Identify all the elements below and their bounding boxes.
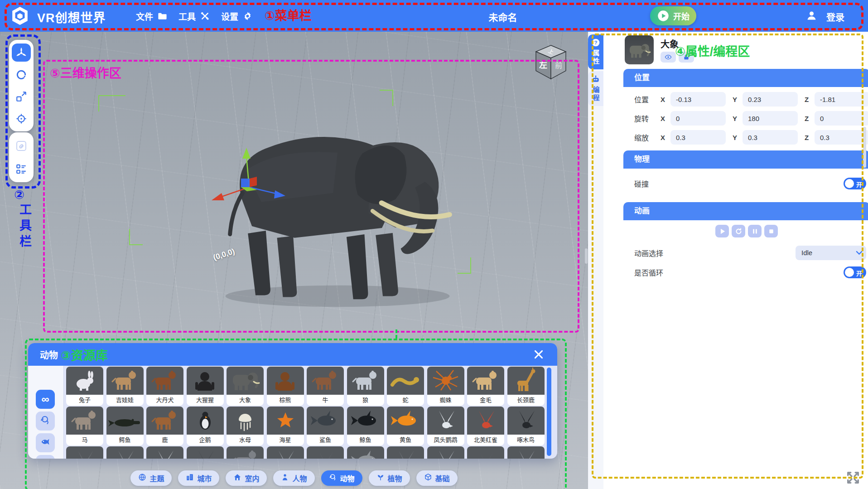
- tab-properties[interactable]: ?属性: [588, 34, 603, 69]
- library-item[interactable]: 蜘蛛: [427, 367, 464, 406]
- transform-row1-x-input[interactable]: [670, 92, 726, 107]
- library-item[interactable]: 北美红雀: [467, 407, 504, 445]
- bottom-tab-1[interactable]: 主题: [130, 470, 172, 486]
- library-item[interactable]: 水母: [227, 407, 264, 445]
- library-item[interactable]: [146, 446, 183, 459]
- bottom-tab-7[interactable]: 基础: [416, 470, 458, 486]
- library-item[interactable]: 棕熊: [267, 367, 304, 406]
- library-item[interactable]: 大象: [227, 367, 264, 406]
- library-item[interactable]: [307, 446, 344, 459]
- bottom-tab-6[interactable]: 植物: [369, 470, 410, 486]
- library-item[interactable]: 狼: [347, 367, 384, 406]
- bottom-tab-4[interactable]: 人物: [273, 470, 314, 486]
- library-item[interactable]: 金毛: [467, 367, 504, 406]
- focus-tool[interactable]: [12, 110, 31, 128]
- library-item[interactable]: 兔子: [66, 367, 103, 406]
- library-item[interactable]: 黄鱼: [387, 407, 424, 445]
- library-item[interactable]: [467, 446, 504, 459]
- library-item[interactable]: [427, 446, 464, 459]
- library-item[interactable]: 大丹犬: [146, 367, 183, 406]
- library-item[interactable]: 鳄鱼: [106, 407, 144, 445]
- panel-split-handle[interactable]: [585, 248, 588, 264]
- transform-row3-z-input[interactable]: [815, 130, 868, 145]
- loop-label: 是否循环: [634, 267, 663, 278]
- animation-select-dropdown[interactable]: Idle: [796, 246, 866, 260]
- scale-tool[interactable]: [12, 87, 31, 106]
- library-item[interactable]: 海星: [267, 407, 304, 445]
- library-item[interactable]: [507, 446, 545, 459]
- library-title: 动物: [40, 348, 58, 361]
- category-mammals[interactable]: [36, 412, 55, 431]
- axis-label-x: X: [661, 134, 670, 141]
- view-cube[interactable]: 上 左 前: [533, 44, 569, 81]
- elephant-model[interactable]: [202, 103, 482, 314]
- category-sea[interactable]: [36, 433, 55, 452]
- transform-row2-y-input[interactable]: [743, 111, 798, 126]
- library-item[interactable]: 啄木鸟: [507, 407, 545, 445]
- library-item[interactable]: [387, 446, 424, 459]
- hierarchy-tool[interactable]: [12, 160, 31, 178]
- menu-item-2[interactable]: 工具: [178, 10, 210, 22]
- library-item-label: 北美红雀: [467, 435, 504, 445]
- loop-button[interactable]: [732, 225, 745, 237]
- library-item[interactable]: 牛: [307, 367, 344, 406]
- quadruped-thumbnail: [66, 407, 103, 435]
- category-all[interactable]: ∞: [36, 390, 55, 409]
- collision-toggle[interactable]: 开: [844, 178, 866, 189]
- panel-scrollbar[interactable]: [863, 127, 866, 168]
- rotate-tool[interactable]: [12, 66, 31, 84]
- menu-item-1[interactable]: 文件: [136, 10, 168, 22]
- transform-row3-y-input[interactable]: [743, 130, 798, 145]
- bottom-tab-3[interactable]: 室内: [226, 470, 267, 486]
- library-item[interactable]: 凤头鹦鹉: [427, 407, 464, 445]
- transform-row2-z-input[interactable]: [815, 111, 868, 126]
- stop-button[interactable]: [764, 225, 778, 237]
- transform-row1-y-input[interactable]: [743, 92, 798, 107]
- bottom-tab-5[interactable]: 动物: [321, 470, 362, 486]
- user-icon[interactable]: [805, 10, 818, 22]
- close-icon[interactable]: [533, 349, 545, 360]
- library-item[interactable]: 鲨鱼: [307, 407, 344, 445]
- login-button[interactable]: 登录: [826, 10, 844, 24]
- bird-thumbnail: [146, 446, 183, 459]
- library-scrollbar[interactable]: [547, 368, 551, 456]
- play-button[interactable]: [715, 225, 729, 237]
- move-tool[interactable]: [12, 44, 31, 62]
- menu-item-3[interactable]: 设置: [221, 10, 253, 22]
- library-item[interactable]: 大猩猩: [187, 367, 224, 406]
- transform-row1-z-input[interactable]: [815, 92, 868, 107]
- fullscreen-expand-icon[interactable]: [844, 470, 863, 486]
- library-item[interactable]: [66, 446, 103, 459]
- vr-editor-app: (0,0,0) 上 左 前 VR创想世界 文件工具设置 未命名 开始 登录: [0, 0, 868, 489]
- chevron-down-icon: [855, 248, 863, 259]
- transform-section: 位置 位置XYZ旋转XYZ缩放XYZ: [623, 69, 868, 150]
- library-item[interactable]: 蛇: [387, 367, 424, 406]
- library-item[interactable]: 长颈鹿: [507, 367, 545, 406]
- globe-icon: [138, 473, 146, 483]
- bird-thumbnail: [307, 446, 344, 459]
- spider-thumbnail: [427, 367, 464, 395]
- category-birds[interactable]: [36, 455, 55, 459]
- library-item[interactable]: [187, 446, 224, 459]
- library-item[interactable]: 马: [66, 407, 103, 445]
- pause-button[interactable]: [748, 225, 762, 237]
- library-item[interactable]: 企鹅: [187, 407, 224, 445]
- transform-row3-x-input[interactable]: [670, 130, 726, 145]
- library-item[interactable]: [267, 446, 304, 459]
- bottom-tab-2[interactable]: 城市: [178, 470, 219, 486]
- library-item[interactable]: [106, 446, 144, 459]
- start-button[interactable]: 开始: [650, 6, 696, 25]
- library-item[interactable]: [227, 446, 264, 459]
- lock-button[interactable]: [679, 52, 694, 63]
- library-item[interactable]: 吉娃娃: [106, 367, 144, 406]
- library-item[interactable]: [347, 446, 384, 459]
- tab-programming[interactable]: 编程: [588, 71, 603, 106]
- loop-toggle[interactable]: 开: [844, 266, 866, 278]
- library-item[interactable]: 鹿: [146, 407, 183, 445]
- link-tool[interactable]: [12, 137, 31, 155]
- visibility-eye-button[interactable]: [661, 52, 676, 63]
- transform-row2-x-input[interactable]: [670, 111, 726, 126]
- bottom-tab-label: 动物: [340, 473, 355, 484]
- library-item[interactable]: 鲸鱼: [347, 407, 384, 445]
- transform-gizmo[interactable]: [206, 144, 290, 205]
